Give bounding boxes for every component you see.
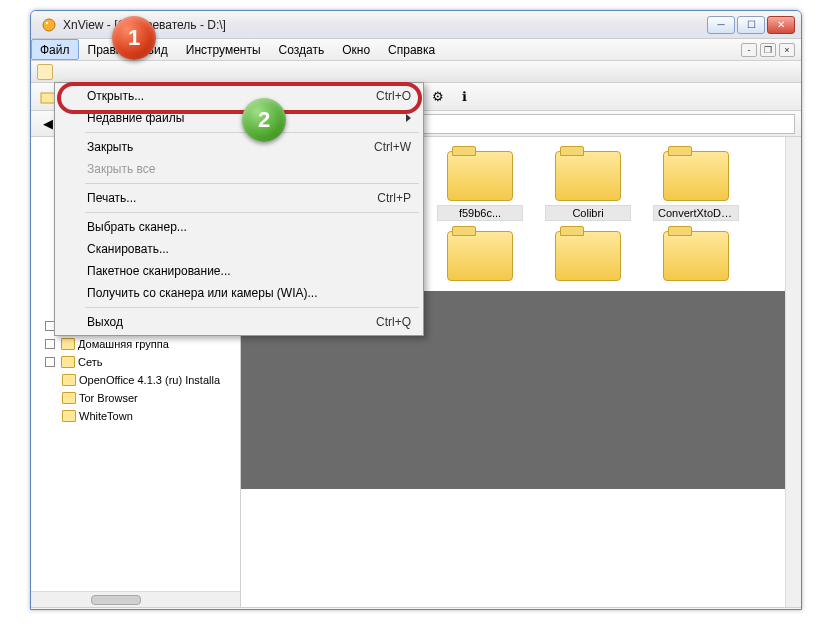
folder-icon [62,410,76,422]
svg-point-1 [46,21,48,23]
folder-label: ConvertXtoDVD [653,205,739,221]
folder-item[interactable]: f59b6c... [437,151,523,221]
window-title: XnView - [Обозреватель - D:\] [63,18,707,32]
menu-batch-scan[interactable]: Пакетное сканирование... [57,260,421,282]
folder-item[interactable] [545,231,631,281]
menu-file[interactable]: Файл [31,39,79,60]
mdi-minimize[interactable]: - [741,43,757,57]
folder-item[interactable]: Colibri [545,151,631,221]
mdi-controls: - ❐ × [741,39,801,60]
callout-2: 2 [242,98,286,142]
folder-icon [663,231,729,281]
menu-recent[interactable]: Недавние файлы [57,107,421,129]
folder-icon [62,392,76,404]
tab-browser-icon[interactable] [37,64,53,80]
menu-create[interactable]: Создать [270,39,334,60]
app-icon [41,17,57,33]
menu-help[interactable]: Справка [379,39,444,60]
tree-item: WhiteTown [45,407,240,425]
tree-item: Домашняя группа [45,335,240,353]
folder-icon [555,231,621,281]
folder-icon [555,151,621,201]
folder-item[interactable] [653,231,739,281]
folder-icon [447,151,513,201]
close-button[interactable]: ✕ [767,16,795,34]
menu-scan[interactable]: Сканировать... [57,238,421,260]
menu-wia[interactable]: Получить со сканера или камеры (WIA)... [57,282,421,304]
folder-icon [447,231,513,281]
menu-close[interactable]: ЗакрытьCtrl+W [57,136,421,158]
folder-icon [62,374,76,386]
folder-icon [663,151,729,201]
tabbar [31,61,801,83]
minimize-button[interactable]: ─ [707,16,735,34]
tree-item: Tor Browser [45,389,240,407]
info-icon[interactable]: ℹ [453,86,475,108]
menu-select-scanner[interactable]: Выбрать сканер... [57,216,421,238]
menu-open[interactable]: Открыть...Ctrl+O [57,85,421,107]
tree-item: OpenOffice 4.1.3 (ru) Installa [45,371,240,389]
folder-label: Colibri [545,205,631,221]
menu-exit[interactable]: ВыходCtrl+Q [57,311,421,333]
mdi-restore[interactable]: ❐ [760,43,776,57]
folder-item[interactable] [437,231,523,281]
mdi-close[interactable]: × [779,43,795,57]
menu-print[interactable]: Печать...Ctrl+P [57,187,421,209]
folder-item[interactable]: ConvertXtoDVD [653,151,739,221]
file-menu-dropdown: Открыть...Ctrl+O Недавние файлы ЗакрытьC… [54,82,424,336]
folder-icon [61,356,75,368]
menu-window[interactable]: Окно [333,39,379,60]
maximize-button[interactable]: ☐ [737,16,765,34]
tree-item: Сеть [45,353,240,371]
menu-close-all: Закрыть все [57,158,421,180]
svg-point-0 [43,19,55,31]
settings-icon[interactable]: ⚙ [427,86,449,108]
svg-rect-2 [41,93,55,103]
grid-vscrollbar[interactable] [785,137,801,607]
statusbar: 95 объект(ов) / 1 файл(ов) выделено 1 [31,607,801,610]
tree-hscrollbar[interactable] [31,591,240,607]
window-controls: ─ ☐ ✕ [707,16,795,34]
folder-label: f59b6c... [437,205,523,221]
folder-icon [61,338,75,350]
callout-1: 1 [112,16,156,60]
menu-tools[interactable]: Инструменты [177,39,270,60]
